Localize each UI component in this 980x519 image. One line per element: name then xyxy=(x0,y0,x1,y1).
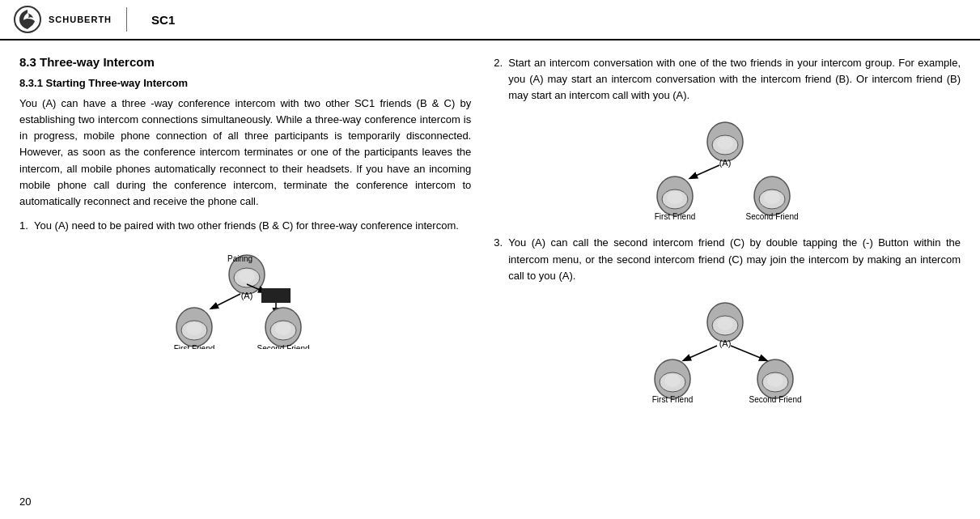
header: SCHUBERTH SC1 xyxy=(0,0,980,40)
step-3-num: 3. xyxy=(494,235,503,251)
diagram-1-container: (A) Pairing First Friend xyxy=(156,244,334,351)
svg-text:(C): (C) xyxy=(770,404,781,405)
svg-text:(A): (A) xyxy=(719,338,731,348)
diagram-3-svg: (A) First Friend (B) Second Friend (C) xyxy=(638,296,817,405)
svg-point-3 xyxy=(239,270,255,283)
svg-rect-7 xyxy=(261,288,291,303)
svg-point-26 xyxy=(667,191,683,204)
svg-text:First Friend: First Friend xyxy=(654,212,695,220)
subsection-title: 8.3.1 Starting Three-way Intercom xyxy=(19,77,471,89)
svg-point-31 xyxy=(764,191,780,204)
svg-point-41 xyxy=(664,374,681,387)
svg-line-49 xyxy=(684,346,717,360)
svg-text:Second Friend: Second Friend xyxy=(257,344,310,349)
svg-text:Second Friend: Second Friend xyxy=(749,395,801,404)
brand-name: SCHUBERTH xyxy=(49,15,112,24)
section-title: 8.3 Three-way Intercom xyxy=(19,55,471,69)
diagram-2: (A) First Friend (B) Second Friend (C) xyxy=(494,115,961,220)
svg-text:(A): (A) xyxy=(241,291,253,300)
svg-line-34 xyxy=(690,165,719,178)
diagram-1-svg: (A) Pairing First Friend xyxy=(156,244,334,349)
right-column: 2. Start an intercom conversation with o… xyxy=(494,55,961,405)
step-3: 3. You (A) can call the second intercom … xyxy=(494,235,961,283)
step-2: 2. Start an intercom conversation with o… xyxy=(494,55,961,104)
model-name: SC1 xyxy=(151,13,175,27)
schuberth-logo-icon xyxy=(13,5,42,34)
svg-text:(B): (B) xyxy=(667,404,677,405)
step-3-text: You (A) can call the second intercom fri… xyxy=(508,236,961,281)
page-number: 20 xyxy=(19,496,31,508)
page-number-text: 20 xyxy=(19,496,31,508)
steps-list: 1. You (A) need to be paired with two ot… xyxy=(19,218,471,234)
svg-line-50 xyxy=(731,346,766,360)
svg-point-22 xyxy=(717,137,733,150)
diagram-3: (A) First Friend (B) Second Friend (C) xyxy=(494,296,961,405)
diagram-1: (A) Pairing First Friend xyxy=(19,244,471,351)
step-1-text: You (A) need to be paired with two other… xyxy=(34,219,459,232)
diagram-2-svg: (A) First Friend (B) Second Friend (C) xyxy=(638,115,817,220)
step-1: 1. You (A) need to be paired with two ot… xyxy=(19,218,471,234)
logo-area: SCHUBERTH xyxy=(13,5,112,34)
page-content: 8.3 Three-way Intercom 8.3.1 Starting Th… xyxy=(0,40,980,419)
svg-line-19 xyxy=(211,294,240,308)
header-divider xyxy=(126,7,127,32)
svg-point-37 xyxy=(717,317,733,330)
svg-text:First Friend: First Friend xyxy=(651,395,693,404)
svg-point-46 xyxy=(767,374,783,387)
body-text: You (A) can have a three -way conference… xyxy=(19,96,471,210)
svg-text:Pairing: Pairing xyxy=(227,254,252,263)
step-1-num: 1. xyxy=(19,218,28,234)
left-column: 8.3 Three-way Intercom 8.3.1 Starting Th… xyxy=(19,55,471,405)
svg-text:Second Friend: Second Friend xyxy=(745,212,798,220)
svg-point-16 xyxy=(275,322,291,335)
step-2-num: 2. xyxy=(494,55,503,71)
svg-point-11 xyxy=(186,322,202,335)
svg-text:(A): (A) xyxy=(719,158,731,168)
svg-text:First Friend: First Friend xyxy=(174,344,215,349)
step-2-text: Start an intercom conversation with one … xyxy=(508,57,961,101)
steps-list-right-2: 3. You (A) can call the second intercom … xyxy=(494,235,961,283)
steps-list-right: 2. Start an intercom conversation with o… xyxy=(494,55,961,104)
